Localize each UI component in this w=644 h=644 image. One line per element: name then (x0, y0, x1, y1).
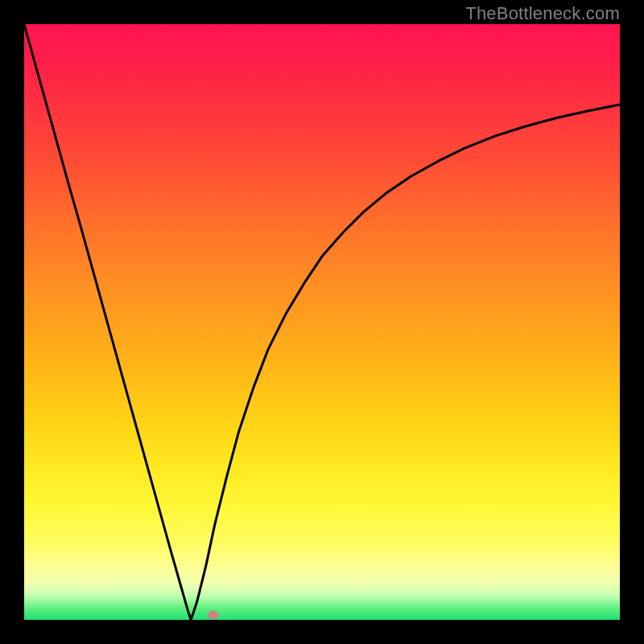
curve-svg (24, 24, 620, 620)
attribution-text: TheBottleneck.com (465, 3, 620, 24)
optimum-marker (208, 611, 219, 619)
chart-frame: TheBottleneck.com (0, 0, 644, 644)
bottleneck-curve (24, 24, 620, 620)
plot-area (24, 24, 620, 620)
